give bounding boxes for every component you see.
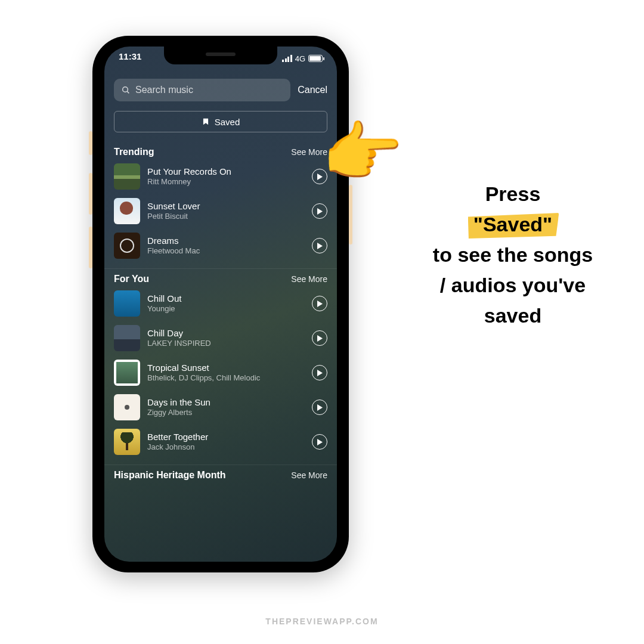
section-title: Trending	[114, 147, 154, 157]
track-artist: LAKEY INSPIRED	[147, 339, 305, 349]
album-art	[114, 233, 140, 259]
track-title: Better Together	[147, 432, 305, 442]
footer-brand: THEPREVIEWAPP.COM	[0, 617, 644, 626]
pointing-hand-icon: 👈	[322, 119, 405, 203]
track-artist: Bthelick, DJ Clipps, Chill Melodic	[147, 373, 305, 383]
album-art	[114, 394, 140, 420]
track-title: Days in the Sun	[147, 397, 305, 408]
track-artist: Jack Johnson	[147, 442, 305, 453]
album-art	[114, 360, 140, 386]
cancel-button[interactable]: Cancel	[298, 85, 327, 95]
album-art	[114, 198, 140, 224]
play-button[interactable]	[312, 400, 327, 415]
play-button[interactable]	[312, 238, 327, 253]
track-row[interactable]: Sunset Lover Petit Biscuit	[114, 198, 327, 224]
track-row[interactable]: Dreams Fleetwood Mac	[114, 233, 327, 259]
track-artist: Youngie	[147, 304, 305, 314]
search-icon	[121, 85, 131, 95]
album-art	[114, 325, 140, 351]
phone-notch	[164, 47, 277, 64]
svg-line-1	[127, 91, 129, 93]
see-more-link[interactable]: See More	[291, 274, 327, 284]
saved-button[interactable]: Saved	[114, 111, 327, 132]
track-title: Chill Out	[147, 293, 305, 304]
track-row[interactable]: Put Your Records On Ritt Momney	[114, 163, 327, 190]
track-row[interactable]: Better Together Jack Johnson	[114, 429, 327, 455]
track-row[interactable]: Tropical Sunset Bthelick, DJ Clipps, Chi…	[114, 360, 327, 386]
bookmark-icon	[202, 117, 210, 126]
section-divider	[104, 268, 337, 269]
section-title: For You	[114, 274, 149, 284]
track-artist: Petit Biscuit	[147, 212, 305, 222]
phone-side-button	[89, 131, 92, 155]
track-row[interactable]: Chill Day LAKEY INSPIRED	[114, 325, 327, 351]
track-artist: Ziggy Alberts	[147, 408, 305, 418]
status-network: 4G	[295, 54, 305, 63]
phone-side-button	[89, 173, 92, 215]
svg-point-0	[123, 87, 128, 92]
section-divider	[104, 465, 337, 465]
track-title: Put Your Records On	[147, 166, 305, 177]
saved-button-label: Saved	[215, 117, 240, 127]
phone-frame: 11:31 4G Search music Cancel	[92, 36, 349, 572]
play-button[interactable]	[312, 434, 327, 450]
track-title: Tropical Sunset	[147, 363, 305, 373]
track-title: Dreams	[147, 236, 305, 246]
play-button[interactable]	[312, 365, 327, 380]
signal-icon	[282, 55, 292, 62]
see-more-link[interactable]: See More	[291, 470, 327, 480]
status-time: 11:31	[119, 51, 141, 66]
instruction-text: Press "Saved" to see the songs / audios …	[429, 179, 596, 331]
search-placeholder: Search music	[135, 85, 193, 95]
track-title: Chill Day	[147, 328, 305, 339]
play-button[interactable]	[312, 203, 327, 219]
album-art	[114, 290, 140, 317]
instruction-highlight: "Saved"	[472, 209, 553, 240]
track-artist: Fleetwood Mac	[147, 246, 305, 256]
instruction-line: Press	[485, 182, 541, 205]
battery-icon	[308, 55, 323, 62]
track-row[interactable]: Chill Out Youngie	[114, 290, 327, 317]
album-art	[114, 429, 140, 455]
album-art	[114, 163, 140, 190]
play-button[interactable]	[312, 296, 327, 311]
play-button[interactable]	[312, 330, 327, 346]
phone-screen: 11:31 4G Search music Cancel	[104, 47, 337, 562]
instruction-line: to see the songs / audios you've saved	[433, 243, 593, 327]
track-title: Sunset Lover	[147, 201, 305, 212]
phone-side-button	[89, 227, 92, 268]
search-input[interactable]: Search music	[114, 79, 290, 101]
track-row[interactable]: Days in the Sun Ziggy Alberts	[114, 394, 327, 420]
track-artist: Ritt Momney	[147, 177, 305, 187]
section-title: Hispanic Heritage Month	[114, 470, 226, 481]
